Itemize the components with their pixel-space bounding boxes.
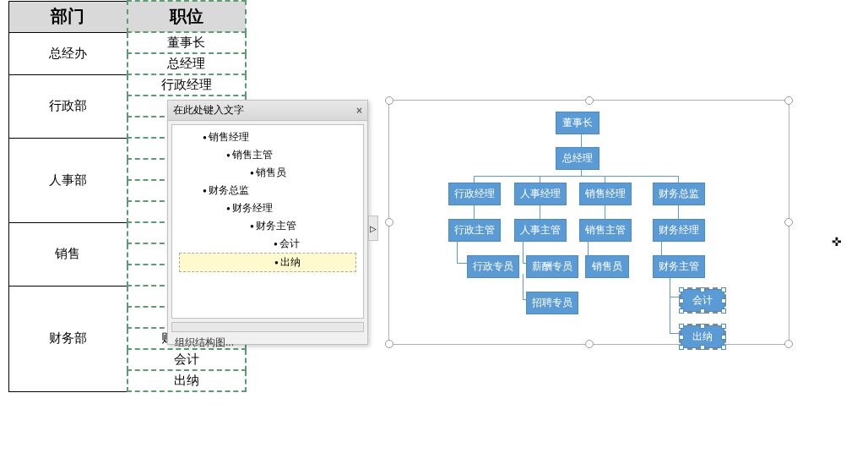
cursor-plus-icon: ✜	[832, 235, 842, 248]
org-node[interactable]: 薪酬专员	[526, 255, 578, 278]
dept-cell[interactable]: 总经办	[9, 32, 127, 74]
resize-handle-tr[interactable]	[784, 96, 793, 105]
node-handle[interactable]	[679, 324, 684, 329]
pos-cell[interactable]: 总经理	[127, 53, 246, 74]
node-handle[interactable]	[679, 335, 684, 340]
org-node[interactable]: 出纳	[681, 325, 724, 348]
resize-handle-tl[interactable]	[385, 96, 393, 105]
header-dept: 部门	[9, 1, 127, 32]
org-node[interactable]: 人事主管	[514, 219, 567, 242]
node-handle[interactable]	[700, 287, 705, 292]
text-item[interactable]: 销售经理	[179, 128, 356, 146]
node-handle[interactable]	[721, 298, 726, 303]
org-node[interactable]: 财务经理	[653, 219, 705, 242]
text-pane-header[interactable]: 在此处键入文字 ×	[168, 101, 367, 121]
org-node[interactable]: 财务总监	[653, 183, 705, 205]
node-handle[interactable]	[721, 324, 726, 329]
pos-cell[interactable]: 出纳	[127, 370, 246, 391]
dept-cell[interactable]: 销售	[9, 222, 127, 286]
text-pane-title: 在此处键入文字	[173, 103, 244, 117]
resize-handle-bl[interactable]	[385, 340, 393, 348]
org-node[interactable]: 财务主管	[653, 255, 705, 278]
pos-cell[interactable]: 董事长	[127, 32, 246, 53]
dept-cell[interactable]: 行政部	[9, 74, 127, 138]
org-node[interactable]: 销售员	[585, 255, 629, 278]
text-item[interactable]: 财务经理	[179, 199, 356, 217]
expand-button[interactable]: ▷	[368, 216, 378, 241]
org-node[interactable]: 行政主管	[448, 219, 501, 242]
org-node[interactable]: 会计	[681, 289, 724, 312]
node-handle[interactable]	[700, 324, 705, 329]
node-handle[interactable]	[679, 345, 684, 350]
resize-handle-mr[interactable]	[784, 218, 793, 226]
resize-handle-ml[interactable]	[385, 218, 393, 226]
node-handle[interactable]	[700, 308, 705, 314]
node-handle[interactable]	[679, 308, 684, 314]
text-pane-body[interactable]: 销售经理销售主管销售员财务总监财务经理财务主管会计出纳	[171, 124, 364, 319]
text-item[interactable]: 会计	[179, 235, 356, 253]
org-node[interactable]: 招聘专员	[526, 292, 578, 314]
org-node[interactable]: 销售主管	[579, 219, 632, 242]
node-handle[interactable]	[721, 308, 726, 314]
node-handle[interactable]	[679, 287, 684, 292]
node-handle[interactable]	[700, 345, 705, 350]
org-node[interactable]: 人事经理	[514, 183, 567, 205]
text-pane[interactable]: 在此处键入文字 × 销售经理销售主管销售员财务总监财务经理财务主管会计出纳 组织…	[167, 100, 368, 345]
resize-handle-bm[interactable]	[585, 340, 594, 348]
chart-canvas[interactable]: 董事长总经理行政经理人事经理销售经理财务总监行政主管人事主管销售主管财务经理行政…	[388, 100, 789, 345]
resize-handle-tm[interactable]	[585, 96, 594, 105]
org-node[interactable]: 行政专员	[467, 255, 519, 278]
org-node[interactable]: 总经理	[556, 147, 599, 170]
pos-cell[interactable]: 行政经理	[127, 74, 246, 96]
node-handle[interactable]	[721, 287, 726, 292]
org-node[interactable]: 行政经理	[448, 183, 501, 205]
org-node[interactable]: 董事长	[556, 112, 599, 134]
close-icon[interactable]: ×	[356, 105, 362, 117]
org-node[interactable]: 销售经理	[579, 183, 632, 205]
resize-handle-br[interactable]	[784, 340, 793, 348]
text-item[interactable]: 销售员	[179, 164, 356, 182]
text-item[interactable]: 出纳	[179, 253, 356, 272]
text-item[interactable]: 销售主管	[179, 146, 356, 164]
header-pos: 职位	[127, 1, 246, 32]
text-pane-footer[interactable]: 组织结构图...	[168, 332, 367, 353]
text-pane-scrollbar[interactable]	[171, 322, 364, 332]
node-handle[interactable]	[721, 335, 726, 340]
text-item[interactable]: 财务主管	[179, 217, 356, 235]
dept-cell[interactable]: 人事部	[9, 138, 127, 222]
node-handle[interactable]	[721, 345, 726, 350]
node-handle[interactable]	[679, 298, 684, 303]
dept-cell[interactable]: 财务部	[9, 286, 127, 391]
text-item[interactable]: 财务总监	[179, 182, 356, 199]
